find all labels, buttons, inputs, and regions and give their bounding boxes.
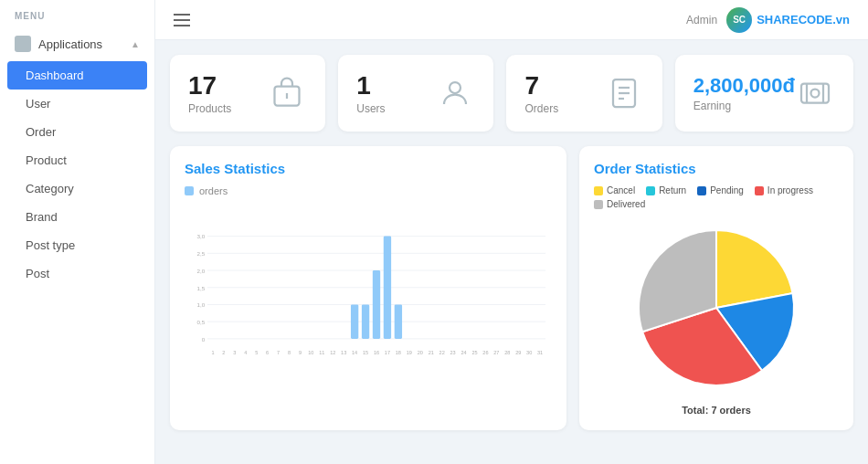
svg-text:6: 6 (266, 350, 269, 355)
svg-text:3,0: 3,0 (197, 233, 206, 239)
svg-text:23: 23 (450, 350, 456, 355)
svg-text:2: 2 (222, 350, 225, 355)
apps-icon (15, 36, 31, 52)
stat-card-users: 1 Users (338, 55, 493, 132)
order-chart-card: Order Statistics CancelReturnPendingIn p… (579, 146, 853, 430)
sidebar-item-product[interactable]: Product (0, 146, 154, 174)
sales-chart-card: Sales Statistics orders 00,51,01,52,02,5… (170, 146, 566, 430)
svg-text:7: 7 (277, 350, 280, 355)
svg-rect-56 (373, 270, 380, 339)
main-content: 17 Products 1 Users 7 Orders 2,800,000đ … (155, 40, 868, 464)
pie-legend: CancelReturnPendingIn progressDelivered (594, 185, 839, 209)
svg-rect-7 (801, 84, 829, 103)
pie-total: Total: 7 orders (594, 405, 839, 416)
svg-text:1: 1 (211, 350, 214, 355)
stat-number-users: 1 (356, 71, 385, 100)
stat-card-earning: 2,800,000đ Earning (675, 55, 853, 132)
svg-point-2 (450, 82, 460, 93)
stat-card-left: 7 Orders (524, 71, 558, 115)
stat-label-products: Products (188, 102, 231, 115)
brand-logo: SC SHARECODE.vn (726, 7, 850, 33)
svg-text:19: 19 (407, 350, 412, 355)
svg-text:3: 3 (233, 350, 236, 355)
svg-text:25: 25 (471, 350, 477, 355)
svg-text:15: 15 (363, 350, 368, 355)
svg-text:0,5: 0,5 (197, 319, 206, 325)
stat-cards: 17 Products 1 Users 7 Orders 2,800,000đ … (170, 55, 853, 132)
sidebar-section-header[interactable]: Applications ▲ (0, 26, 154, 61)
sidebar-item-order[interactable]: Order (0, 118, 154, 146)
sales-chart-title: Sales Statistics (185, 161, 552, 176)
file-icon (604, 73, 644, 113)
svg-text:22: 22 (439, 350, 445, 355)
menu-label: MENU (0, 0, 154, 26)
svg-text:5: 5 (255, 350, 258, 355)
stat-number-products: 17 (188, 71, 231, 100)
stat-card-products: 17 Products (170, 55, 325, 132)
svg-text:1,0: 1,0 (197, 301, 206, 308)
svg-rect-58 (395, 304, 402, 338)
pie-legend-dot (594, 200, 603, 209)
svg-text:12: 12 (330, 350, 335, 355)
svg-text:30: 30 (526, 350, 532, 355)
pie-chart-svg (625, 216, 808, 399)
pie-legend-item-delivered: Delivered (594, 199, 645, 209)
stat-card-left: 17 Products (188, 71, 231, 115)
bar-legend-dot (185, 186, 194, 195)
hamburger-menu[interactable] (174, 14, 190, 26)
sidebar-item-post-type[interactable]: Post type (0, 231, 154, 259)
stat-card-left: 2,800,000đ Earning (693, 74, 795, 112)
sidebar-item-brand[interactable]: Brand (0, 203, 154, 231)
svg-text:1,5: 1,5 (197, 285, 206, 291)
pie-legend-item-pending: Pending (697, 185, 744, 195)
svg-text:2,0: 2,0 (197, 268, 206, 274)
svg-text:26: 26 (482, 350, 488, 355)
svg-text:27: 27 (493, 350, 499, 355)
hamburger-line-3 (174, 25, 190, 26)
sidebar-section-applications: Applications ▲ DashboardUserOrderProduct… (0, 26, 154, 288)
sidebar-item-user[interactable]: User (0, 90, 154, 118)
bar-chart-container: 00,51,01,52,02,53,0123456789101112131415… (185, 202, 552, 385)
stat-label-orders: Orders (524, 102, 558, 115)
box-icon (267, 73, 307, 113)
pie-legend-item-cancel: Cancel (594, 185, 635, 195)
sidebar-items-list: DashboardUserOrderProductCategoryBrandPo… (0, 61, 154, 288)
svg-text:9: 9 (299, 350, 302, 355)
svg-text:21: 21 (429, 350, 434, 355)
svg-text:11: 11 (319, 350, 324, 355)
svg-rect-54 (351, 304, 358, 338)
sidebar-item-category[interactable]: Category (0, 174, 154, 203)
svg-text:4: 4 (244, 350, 247, 355)
svg-text:13: 13 (341, 350, 346, 355)
header-right: Admin SC SHARECODE.vn (686, 7, 850, 33)
hamburger-line-2 (174, 19, 190, 21)
sidebar-item-post[interactable]: Post (0, 259, 154, 288)
svg-text:17: 17 (385, 350, 390, 355)
chevron-up-icon: ▲ (131, 39, 140, 49)
svg-rect-55 (362, 304, 369, 338)
charts-row: Sales Statistics orders 00,51,01,52,02,5… (170, 146, 853, 430)
svg-rect-57 (384, 237, 391, 339)
bar-chart-legend: orders (185, 185, 552, 196)
stat-label-earning: Earning (693, 100, 795, 112)
sidebar-item-dashboard[interactable]: Dashboard (7, 61, 147, 90)
pie-legend-dot (646, 186, 655, 195)
hamburger-line-1 (174, 14, 190, 16)
header: Admin SC SHARECODE.vn (155, 0, 868, 40)
svg-text:28: 28 (504, 350, 510, 355)
svg-text:29: 29 (515, 350, 521, 355)
stat-label-users: Users (356, 102, 385, 115)
pie-legend-item-return: Return (646, 185, 686, 195)
svg-point-8 (811, 90, 820, 98)
stat-card-left: 1 Users (356, 71, 385, 115)
order-chart-title: Order Statistics (594, 161, 839, 176)
svg-text:24: 24 (460, 350, 466, 355)
svg-text:8: 8 (288, 350, 291, 355)
applications-label: Applications (38, 37, 102, 51)
bar-chart-svg: 00,51,01,52,02,53,0123456789101112131415… (185, 202, 552, 385)
admin-label: Admin (686, 14, 717, 26)
pie-legend-dot (755, 186, 764, 195)
bar-legend-label: orders (199, 185, 228, 196)
svg-text:0: 0 (202, 336, 206, 343)
stat-number-orders: 7 (524, 71, 558, 100)
